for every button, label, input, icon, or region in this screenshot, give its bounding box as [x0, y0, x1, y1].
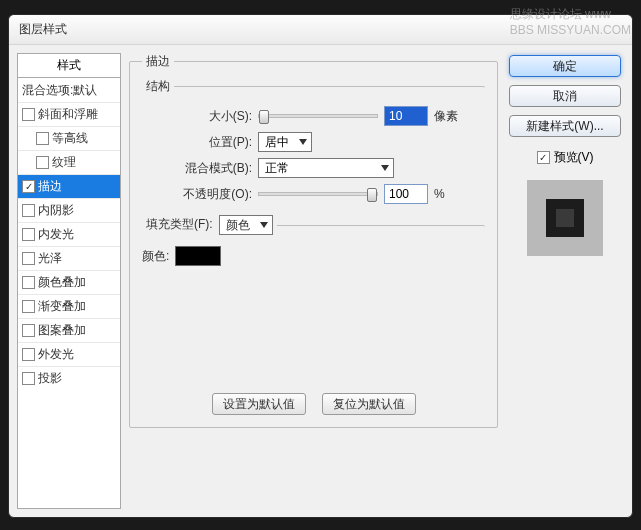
style-row-gradient-overlay[interactable]: 渐变叠加 — [18, 294, 120, 318]
size-label: 大小(S): — [166, 108, 252, 125]
style-row-pattern-overlay[interactable]: 图案叠加 — [18, 318, 120, 342]
chevron-down-icon — [381, 165, 389, 171]
style-label: 颜色叠加 — [38, 274, 86, 291]
size-row: 大小(S): 10 像素 — [166, 103, 485, 129]
stroke-fieldset: 描边 结构 大小(S): 10 像素 位置(P): 居中 — [129, 53, 498, 428]
checkbox-icon[interactable] — [22, 372, 35, 385]
style-label: 斜面和浮雕 — [38, 106, 98, 123]
style-label: 纹理 — [52, 154, 76, 171]
style-row-satin[interactable]: 光泽 — [18, 246, 120, 270]
style-label: 内阴影 — [38, 202, 74, 219]
style-row-color-overlay[interactable]: 颜色叠加 — [18, 270, 120, 294]
checkbox-icon[interactable] — [22, 300, 35, 313]
cancel-button[interactable]: 取消 — [509, 85, 621, 107]
blending-options-label: 混合选项:默认 — [22, 82, 97, 99]
new-style-button[interactable]: 新建样式(W)... — [509, 115, 621, 137]
stroke-legend: 描边 — [142, 53, 174, 70]
color-label: 颜色: — [142, 248, 169, 265]
fill-type-label: 填充类型(F): — [146, 217, 213, 231]
dialog-body: 样式 混合选项:默认 斜面和浮雕 等高线 纹理 — [9, 45, 632, 517]
checkbox-icon[interactable] — [22, 324, 35, 337]
checkbox-icon[interactable] — [22, 348, 35, 361]
checkbox-icon[interactable] — [22, 204, 35, 217]
chevron-down-icon — [260, 222, 268, 228]
style-row-inner-shadow[interactable]: 内阴影 — [18, 198, 120, 222]
layer-style-dialog: 图层样式 样式 混合选项:默认 斜面和浮雕 等高线 — [8, 14, 633, 518]
style-label: 光泽 — [38, 250, 62, 267]
style-label: 外发光 — [38, 346, 74, 363]
size-input[interactable]: 10 — [384, 106, 428, 126]
blend-mode-value: 正常 — [265, 160, 289, 177]
style-label: 图案叠加 — [38, 322, 86, 339]
chevron-down-icon — [299, 139, 307, 145]
opacity-slider[interactable] — [258, 192, 378, 196]
opacity-label: 不透明度(O): — [166, 186, 252, 203]
opacity-input[interactable]: 100 — [384, 184, 428, 204]
blend-mode-label: 混合模式(B): — [166, 160, 252, 177]
blend-mode-select[interactable]: 正常 — [258, 158, 394, 178]
blend-mode-row: 混合模式(B): 正常 — [166, 155, 485, 181]
checkbox-icon[interactable] — [22, 108, 35, 121]
style-label: 等高线 — [52, 130, 88, 147]
checkbox-icon[interactable] — [36, 132, 49, 145]
position-label: 位置(P): — [166, 134, 252, 151]
style-label: 内发光 — [38, 226, 74, 243]
color-row: 颜色: — [142, 243, 485, 269]
fill-group: 填充类型(F): 颜色 颜色: — [142, 215, 485, 269]
style-label: 渐变叠加 — [38, 298, 86, 315]
style-label: 投影 — [38, 370, 62, 387]
checkbox-icon[interactable] — [22, 228, 35, 241]
slider-thumb-icon[interactable] — [367, 188, 377, 202]
opacity-unit: % — [434, 187, 445, 201]
preview-thumbnail — [527, 180, 603, 256]
blending-options-row[interactable]: 混合选项:默认 — [18, 78, 120, 102]
preview-label: 预览(V) — [554, 149, 594, 166]
styles-sidebar: 样式 混合选项:默认 斜面和浮雕 等高线 纹理 — [17, 53, 121, 509]
slider-thumb-icon[interactable] — [259, 110, 269, 124]
style-row-outer-glow[interactable]: 外发光 — [18, 342, 120, 366]
style-row-contour[interactable]: 等高线 — [18, 126, 120, 150]
preview-swatch-icon — [546, 199, 584, 237]
position-row: 位置(P): 居中 — [166, 129, 485, 155]
position-value: 居中 — [265, 134, 289, 151]
style-label: 描边 — [38, 178, 62, 195]
style-row-texture[interactable]: 纹理 — [18, 150, 120, 174]
action-column: 确定 取消 新建样式(W)... 预览(V) — [506, 53, 624, 509]
structure-legend: 结构 — [142, 78, 174, 95]
fill-type-value: 颜色 — [226, 217, 250, 234]
color-swatch[interactable] — [175, 246, 221, 266]
size-slider[interactable] — [258, 114, 378, 118]
style-row-inner-glow[interactable]: 内发光 — [18, 222, 120, 246]
styles-header[interactable]: 样式 — [17, 53, 121, 77]
checkbox-icon[interactable] — [22, 252, 35, 265]
checkbox-icon[interactable] — [22, 180, 35, 193]
style-row-stroke[interactable]: 描边 — [18, 174, 120, 198]
fill-legend: 填充类型(F): 颜色 — [142, 215, 277, 235]
checkbox-icon[interactable] — [537, 151, 550, 164]
ok-button[interactable]: 确定 — [509, 55, 621, 77]
styles-header-label: 样式 — [57, 57, 81, 74]
titlebar[interactable]: 图层样式 — [9, 15, 632, 45]
position-select[interactable]: 居中 — [258, 132, 312, 152]
checkbox-icon[interactable] — [36, 156, 49, 169]
fill-type-select[interactable]: 颜色 — [219, 215, 273, 235]
reset-default-button[interactable]: 复位为默认值 — [322, 393, 416, 415]
checkbox-icon[interactable] — [22, 276, 35, 289]
settings-panel: 描边 结构 大小(S): 10 像素 位置(P): 居中 — [129, 53, 498, 509]
style-row-drop-shadow[interactable]: 投影 — [18, 366, 120, 390]
opacity-row: 不透明度(O): 100 % — [166, 181, 485, 207]
styles-list: 混合选项:默认 斜面和浮雕 等高线 纹理 描边 — [17, 77, 121, 509]
default-buttons-row: 设置为默认值 复位为默认值 — [142, 393, 485, 415]
make-default-button[interactable]: 设置为默认值 — [212, 393, 306, 415]
structure-group: 结构 大小(S): 10 像素 位置(P): 居中 — [142, 78, 485, 207]
preview-toggle[interactable]: 预览(V) — [537, 149, 594, 166]
size-unit: 像素 — [434, 108, 458, 125]
dialog-title: 图层样式 — [19, 21, 67, 38]
style-row-bevel[interactable]: 斜面和浮雕 — [18, 102, 120, 126]
